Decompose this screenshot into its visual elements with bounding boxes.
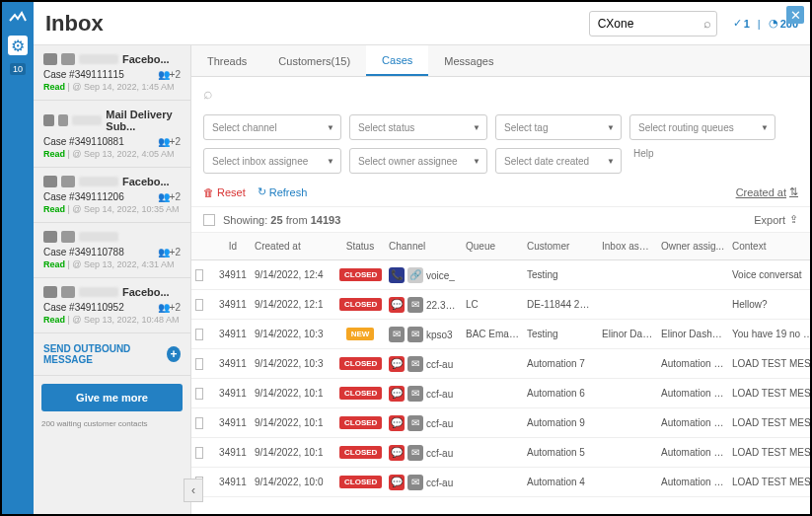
channel-icon: 💬 <box>389 445 405 461</box>
channel-icon: ✉ <box>407 356 423 372</box>
refresh-button[interactable]: ↻ Refresh <box>258 185 308 198</box>
status-badge: CLOSED <box>339 446 382 459</box>
row-checkbox[interactable] <box>195 329 203 340</box>
channel-icon <box>43 286 57 298</box>
filter-date-created[interactable]: Select date created <box>495 148 622 174</box>
sidebar-case-card[interactable]: Facebo...Case #349111206👥+2Read | @ Sep … <box>34 168 190 223</box>
filters: Select channel Select status Select tag … <box>191 111 810 182</box>
participants-icon: 👥+2 <box>158 191 181 202</box>
give-more-button[interactable]: Give me more <box>41 384 183 411</box>
envelope-icon <box>58 114 69 126</box>
participants-icon: 👥+2 <box>158 302 181 313</box>
help-link[interactable]: Help <box>633 148 654 174</box>
tab-cases[interactable]: Cases <box>366 45 428 76</box>
tab-threads[interactable]: Threads <box>191 45 262 76</box>
participants-icon: 👥+2 <box>158 69 181 80</box>
tabs: ThreadsCustomers(15)CasesMessages <box>191 45 810 77</box>
row-checkbox[interactable] <box>195 388 203 400</box>
row-checkbox[interactable] <box>195 299 203 311</box>
table-header: Id Created at Status Channel Queue Custo… <box>191 233 810 260</box>
channel-icon: ✉ <box>389 327 405 342</box>
filter-routing[interactable]: Select routing queues <box>629 114 775 140</box>
row-checkbox[interactable] <box>195 447 203 459</box>
participants-icon: 👥+2 <box>158 247 181 258</box>
tab-messages[interactable]: Messages <box>428 45 509 76</box>
channel-icon <box>43 231 57 243</box>
participants-icon: 👥+2 <box>158 136 181 147</box>
close-icon[interactable]: ✕ <box>786 6 804 24</box>
table-row[interactable]: 349119/14/2022, 10:1CLOSED💬✉ccf-auAutoma… <box>191 438 810 468</box>
action-bar: 🗑 Reset ↻ Refresh Created at ⇅ <box>191 182 810 206</box>
status-badge: CLOSED <box>339 387 382 400</box>
sidebar-case-card[interactable]: Mail Delivery Sub...Case #349110881👥+2Re… <box>34 101 190 168</box>
table-row[interactable]: 349119/14/2022, 12:4CLOSED📞🔗voice_Testin… <box>191 260 810 290</box>
channel-icon <box>43 53 57 65</box>
settings-icon[interactable]: ⚙ <box>8 36 28 55</box>
search-icon[interactable]: ⌕ <box>703 16 711 31</box>
channel-icon: 🔗 <box>407 267 423 283</box>
channel-icon: ✉ <box>407 475 423 490</box>
table-body: 349119/14/2022, 12:4CLOSED📞🔗voice_Testin… <box>191 260 810 514</box>
table-row[interactable]: 349119/14/2022, 10:1CLOSED💬✉ccf-auAutoma… <box>191 379 810 408</box>
channel-icon <box>43 176 57 187</box>
table-row[interactable]: 349119/14/2022, 10:3CLOSED💬✉ccf-auAutoma… <box>191 349 810 379</box>
filter-status[interactable]: Select status <box>349 114 487 140</box>
filter-inbox-assignee[interactable]: Select inbox assignee <box>203 148 341 174</box>
channel-icon: ✉ <box>407 415 423 431</box>
channel-icon: 💬 <box>389 475 405 490</box>
filter-channel[interactable]: Select channel <box>203 114 341 140</box>
channel-icon: 💬 <box>389 386 405 402</box>
topbar: Inbox ⌕ ✓ 1 | ◔ 200 <box>34 2 810 45</box>
channel-icon: ✉ <box>407 327 423 342</box>
showing-bar: Showing: 25 from 14193 Export ⇪ <box>191 206 810 233</box>
channel-icon: 📞 <box>389 267 405 283</box>
status-badge: CLOSED <box>339 416 382 429</box>
table-row[interactable]: 349119/14/2022, 10:1CLOSED💬✉ccf-auAutoma… <box>191 408 810 438</box>
select-all-checkbox[interactable] <box>203 214 215 226</box>
row-checkbox[interactable] <box>195 417 203 429</box>
status-badge: CLOSED <box>339 357 382 370</box>
envelope-icon <box>61 176 75 187</box>
search-icon: ⌕ <box>203 85 213 102</box>
channel-icon: ✉ <box>407 297 423 313</box>
plus-icon[interactable]: + <box>167 346 181 362</box>
filter-tag[interactable]: Select tag <box>495 114 622 140</box>
channel-icon: 💬 <box>389 297 405 313</box>
row-checkbox[interactable] <box>195 269 203 281</box>
search-input[interactable] <box>589 11 717 37</box>
channel-icon: ✉ <box>407 445 423 461</box>
logo-icon <box>8 8 28 28</box>
table-row[interactable]: 349119/14/2022, 12:1CLOSED💬✉22.3 H 22.3L… <box>191 290 810 320</box>
channel-icon: ✉ <box>407 386 423 402</box>
status-badge: CLOSED <box>339 298 382 311</box>
page-title: Inbox <box>45 11 198 37</box>
reset-button[interactable]: 🗑 Reset <box>203 186 246 198</box>
envelope-icon <box>61 231 75 243</box>
sidebar-case-card[interactable]: Case #349110788👥+2Read | @ Sep 13, 2022,… <box>34 223 190 278</box>
search-box: ⌕ <box>589 11 717 37</box>
channel-icon <box>43 114 54 126</box>
status-badge: NEW <box>346 328 375 340</box>
waiting-text: 200 waiting customer contacts <box>34 419 190 432</box>
filter-owner-assignee[interactable]: Select owner assignee <box>349 148 487 174</box>
export-button[interactable]: Export ⇪ <box>754 213 798 226</box>
sidebar-case-card[interactable]: Facebo...Case #349110952👥+2Read | @ Sep … <box>34 278 190 333</box>
sort-button[interactable]: Created at ⇅ <box>736 185 798 198</box>
sidebar-case-card[interactable]: Facebo...Case #349111115👥+2Read | @ Sep … <box>34 45 190 101</box>
send-outbound[interactable]: SEND OUTBOUND MESSAGE + <box>34 333 190 376</box>
envelope-icon <box>61 53 75 65</box>
rail-badge: 10 <box>10 63 26 75</box>
table-row[interactable]: 349119/14/2022, 10:3NEW✉✉kpso3BAC Email … <box>191 320 810 349</box>
status-badge: CLOSED <box>339 268 382 281</box>
channel-icon: 💬 <box>389 415 405 431</box>
collapse-sidebar[interactable]: ‹ <box>184 479 203 502</box>
status-badge: CLOSED <box>339 476 382 488</box>
row-checkbox[interactable] <box>195 358 203 370</box>
envelope-icon <box>61 286 75 298</box>
channel-icon: 💬 <box>389 356 405 372</box>
filter-search[interactable]: ⌕ <box>191 77 810 111</box>
left-rail: ⚙ 10 <box>2 2 34 514</box>
sidebar: Facebo...Case #349111115👥+2Read | @ Sep … <box>34 45 191 514</box>
table-row[interactable]: 349119/14/2022, 10:0CLOSED💬✉ccf-auAutoma… <box>191 468 810 497</box>
tab-customers[interactable]: Customers(15) <box>262 45 366 76</box>
